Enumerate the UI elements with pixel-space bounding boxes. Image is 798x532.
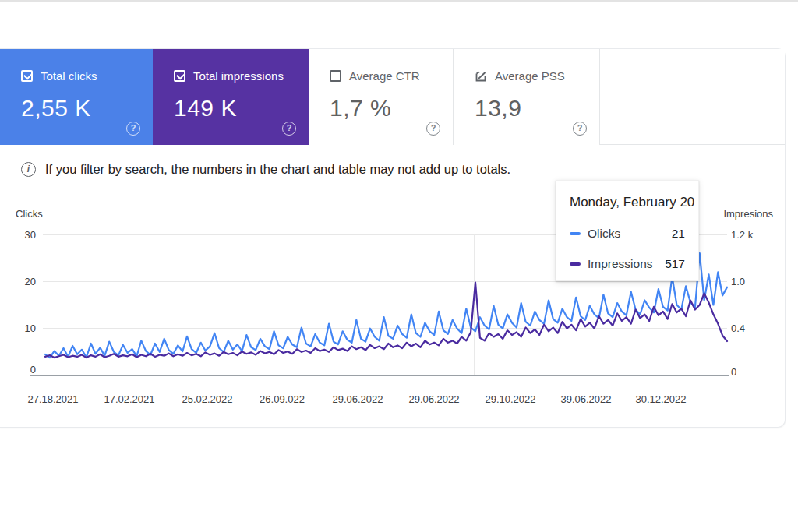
info-banner-text: If you filter by search, the numbers in … bbox=[45, 162, 510, 177]
x-axis-tick: 29.06.2022 bbox=[408, 393, 459, 405]
tooltip-label: Impressions bbox=[588, 257, 653, 271]
card-total-impressions[interactable]: Total impressions 149 K ? bbox=[153, 49, 309, 145]
performance-panel: Total clicks 2,55 K ? Total impressions … bbox=[0, 48, 786, 428]
checkbox-unchecked-icon[interactable] bbox=[330, 70, 341, 82]
tooltip-row-impressions: Impressions 517 bbox=[570, 257, 685, 271]
info-banner: i If you filter by search, the numbers i… bbox=[21, 162, 510, 177]
card-total-clicks[interactable]: Total clicks 2,55 K ? bbox=[0, 49, 153, 145]
x-axis-tick: 27.18.2021 bbox=[27, 393, 78, 405]
card-label: Total impressions bbox=[193, 69, 284, 83]
x-axis-tick: 25.02.2022 bbox=[182, 393, 232, 405]
tooltip-label: Olicks bbox=[588, 227, 620, 241]
tooltip-row-clicks: Olicks 21 bbox=[570, 227, 685, 241]
metric-row-spacer bbox=[600, 49, 785, 144]
card-label: Average PSS bbox=[495, 69, 565, 83]
tooltip-value: 21 bbox=[672, 227, 685, 241]
checkbox-checked-icon[interactable] bbox=[21, 70, 33, 82]
help-icon[interactable]: ? bbox=[282, 122, 296, 136]
card-value: 1,7 % bbox=[330, 95, 453, 122]
slash-box-icon[interactable] bbox=[475, 70, 487, 83]
card-value: 2,55 K bbox=[21, 95, 153, 122]
metric-cards-row: Total clicks 2,55 K ? Total impressions … bbox=[0, 49, 785, 145]
checkbox-checked-icon[interactable] bbox=[174, 70, 185, 82]
x-axis-tick: 17.02.2021 bbox=[104, 393, 154, 405]
x-axis-tick: 29.10.2022 bbox=[485, 393, 535, 405]
clicks-legend-dash-icon bbox=[570, 232, 581, 235]
tooltip-value: 517 bbox=[665, 257, 685, 271]
card-value: 13,9 bbox=[475, 95, 599, 122]
card-average-pss[interactable]: Average PSS 13,9 ? bbox=[454, 49, 600, 145]
card-value: 149 K bbox=[174, 95, 309, 122]
card-average-ctr[interactable]: Average CTR 1,7 % ? bbox=[309, 49, 454, 145]
x-axis-tick: 26.09.022 bbox=[260, 393, 305, 405]
card-label: Total clicks bbox=[41, 69, 97, 83]
help-icon[interactable]: ? bbox=[426, 122, 440, 136]
chart-tooltip: Monday, February 20 Olicks 21 Impression… bbox=[556, 180, 699, 281]
impressions-legend-dash-icon bbox=[570, 262, 581, 266]
x-axis-tick: 39.06.2022 bbox=[560, 393, 611, 405]
x-axis-tick: 30.12.2022 bbox=[635, 393, 686, 405]
screenshot-top-edge bbox=[0, 0, 798, 2]
card-label: Average CTR bbox=[349, 69, 420, 83]
info-icon: i bbox=[21, 162, 36, 177]
help-icon[interactable]: ? bbox=[573, 122, 587, 136]
x-axis-tick: 29.06.2022 bbox=[332, 393, 383, 405]
help-icon[interactable]: ? bbox=[126, 122, 140, 136]
tooltip-date: Monday, February 20 bbox=[570, 195, 685, 210]
